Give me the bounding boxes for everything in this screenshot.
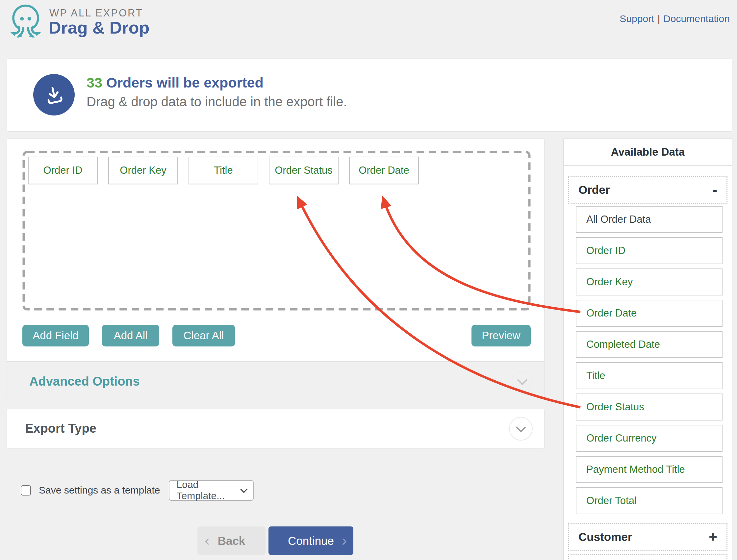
dropzone-field-chip[interactable]: Order ID <box>28 157 98 184</box>
export-summary-card: 33Orders will be exported Drag & drop da… <box>7 59 732 132</box>
download-badge <box>33 74 75 115</box>
clear-all-button[interactable]: Clear All <box>172 325 235 346</box>
sidebar-item[interactable]: Order Total <box>576 487 723 514</box>
download-icon <box>42 83 66 107</box>
save-template-label: Save settings as a template <box>39 485 160 496</box>
expand-icon[interactable]: + <box>709 529 717 545</box>
available-data-panel: Available Data Order - All Order DataOrd… <box>563 139 732 560</box>
sidebar-item[interactable]: Order Date <box>576 300 723 327</box>
advanced-options-section[interactable]: Advanced Options <box>7 361 544 401</box>
export-type-label: Export Type <box>25 421 96 436</box>
dropzone-field-chip[interactable]: Title <box>189 157 258 184</box>
advanced-options-expand-button[interactable] <box>512 371 533 392</box>
group-label: Order <box>578 183 610 196</box>
load-template-select[interactable]: Load Template... <box>169 480 254 501</box>
dropzone-chips: Order IDOrder KeyTitleOrder StatusOrder … <box>28 157 419 184</box>
sidebar-group-partial[interactable] <box>568 554 727 560</box>
export-subtitle: Drag & drop data to include in the expor… <box>87 94 347 109</box>
sidebar-group-order[interactable]: Order - <box>568 176 727 204</box>
dropzone-field-chip[interactable]: Order Key <box>108 157 178 184</box>
export-count-headline: 33Orders will be exported <box>87 75 264 91</box>
link-separator: | <box>657 13 660 24</box>
sidebar-item[interactable]: Completed Date <box>576 331 723 358</box>
sidebar-item[interactable]: Payment Method Title <box>576 456 723 483</box>
sidebar-item[interactable]: Order Currency <box>576 425 723 452</box>
dropzone-field-chip[interactable]: Order Date <box>349 157 419 184</box>
save-template-checkbox[interactable] <box>21 485 31 496</box>
support-link[interactable]: Support <box>620 13 654 24</box>
sidebar-items: All Order DataOrder IDOrder KeyOrder Dat… <box>576 206 723 514</box>
page-title: Drag & Drop <box>49 18 149 38</box>
advanced-options-label: Advanced Options <box>29 374 140 389</box>
field-builder-card: Order IDOrder KeyTitleOrder StatusOrder … <box>7 139 545 400</box>
back-button[interactable]: ‹ Back <box>197 526 266 555</box>
chevron-left-icon: ‹ <box>205 531 210 549</box>
add-field-button[interactable]: Add Field <box>22 325 89 346</box>
add-all-button[interactable]: Add All <box>102 325 159 346</box>
export-type-expand-button[interactable] <box>509 417 533 441</box>
template-bar: Save settings as a template Load Templat… <box>21 480 254 501</box>
sidebar-item[interactable]: Order ID <box>576 237 723 264</box>
brand-name: WP ALL EXPORT <box>49 7 143 19</box>
group-label: Customer <box>578 530 632 544</box>
chevron-right-icon: › <box>342 531 347 549</box>
chevron-down-icon <box>516 422 526 432</box>
sidebar-group-customer[interactable]: Customer + <box>568 523 727 551</box>
available-data-title: Available Data <box>564 139 732 166</box>
sidebar-item[interactable]: All Order Data <box>576 206 723 233</box>
chevron-down-icon <box>517 375 527 385</box>
load-template-value: Load Template... <box>177 479 241 501</box>
documentation-link[interactable]: Documentation <box>663 13 730 24</box>
sidebar-item[interactable]: Order Status <box>576 394 723 420</box>
back-label: Back <box>218 534 245 547</box>
export-count: 33 <box>87 75 102 90</box>
dropzone[interactable]: Order IDOrder KeyTitleOrder StatusOrder … <box>22 151 531 311</box>
sidebar-item[interactable]: Order Key <box>576 268 723 295</box>
header-links: Support|Documentation <box>620 13 730 24</box>
sidebar-item[interactable]: Title <box>576 362 723 389</box>
continue-button[interactable]: Continue › <box>268 526 353 555</box>
continue-label: Continue <box>288 534 334 547</box>
page: WP ALL EXPORT Drag & Drop Support|Docume… <box>0 0 737 560</box>
field-actions: Add Field Add All Clear All Preview <box>22 325 531 346</box>
export-headline-text: Orders will be exported <box>106 75 264 90</box>
wp-all-export-logo octopus-icon <box>7 2 44 42</box>
export-type-section[interactable]: Export Type <box>7 409 545 448</box>
dropzone-field-chip[interactable]: Order Status <box>269 157 339 184</box>
preview-button[interactable]: Preview <box>471 325 531 346</box>
collapse-icon[interactable]: - <box>712 182 717 198</box>
